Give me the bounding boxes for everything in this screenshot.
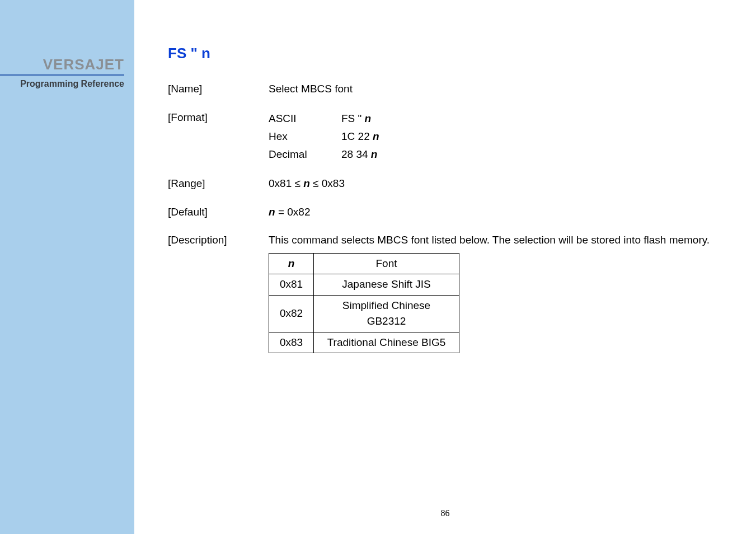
label-default: [Default] (168, 204, 269, 221)
format-val-2: 28 34 n (341, 146, 379, 163)
font-table: n Font 0x81 Japanese Shift JIS 0x82 Simp… (269, 253, 459, 354)
format-enc-1: Hex (269, 128, 341, 146)
range-suffix: ≤ 0x83 (310, 177, 345, 189)
table-row: 0x82 Simplified Chinese GB2312 (269, 295, 459, 332)
default-suffix: = 0x82 (275, 206, 311, 218)
sidebar: VERSAJET Programming Reference (0, 0, 134, 534)
format-val-2-n: n (371, 148, 378, 160)
format-val-0: FS " n (341, 110, 379, 128)
page-number: 86 (441, 508, 450, 518)
brand-subtitle: Programming Reference (0, 79, 124, 89)
font-table-font-2: Traditional Chinese BIG5 (314, 332, 459, 353)
row-name: [Name] Select MBCS font (168, 81, 722, 97)
row-range: [Range] 0x81 ≤ n ≤ 0x83 (168, 176, 722, 192)
row-format: [Format] ASCII Hex Decimal FS " n 1C 22 … (168, 110, 722, 164)
font-table-font-0: Japanese Shift JIS (314, 274, 459, 296)
label-range: [Range] (168, 176, 269, 192)
table-row: 0x83 Traditional Chinese BIG5 (269, 332, 459, 353)
label-description: [Description] (168, 232, 269, 353)
format-enc-0: ASCII (269, 110, 341, 128)
content-area: FS " n [Name] Select MBCS font [Format] … (134, 0, 756, 534)
command-title: FS " n (168, 45, 722, 62)
format-val-0-n: n (365, 113, 372, 124)
font-table-head-n: n (269, 253, 314, 274)
label-name: [Name] (168, 81, 269, 97)
format-val-0-prefix: FS " (341, 113, 365, 124)
format-val-1-prefix: 1C 22 (341, 130, 373, 142)
row-default: [Default] n = 0x82 (168, 204, 722, 221)
value-name: Select MBCS font (269, 81, 722, 97)
font-table-head-font: Font (314, 253, 459, 274)
format-encodings: ASCII Hex Decimal (269, 110, 341, 164)
format-enc-2: Decimal (269, 146, 341, 163)
table-row: 0x81 Japanese Shift JIS (269, 274, 459, 296)
value-description: This command selects MBCS font listed be… (269, 232, 722, 353)
default-n: n (269, 206, 275, 218)
page-root: VERSAJET Programming Reference FS " n [N… (0, 0, 756, 534)
format-val-1: 1C 22 n (341, 128, 379, 146)
font-table-head-row: n Font (269, 253, 459, 274)
format-values: FS " n 1C 22 n 28 34 n (341, 110, 379, 164)
range-n: n (303, 177, 310, 189)
row-description: [Description] This command selects MBCS … (168, 232, 722, 353)
font-table-n-1: 0x82 (269, 295, 314, 332)
font-table-font-1: Simplified Chinese GB2312 (314, 295, 459, 332)
font-table-n-2: 0x83 (269, 332, 314, 353)
value-range: 0x81 ≤ n ≤ 0x83 (269, 176, 722, 192)
description-text: This command selects MBCS font listed be… (269, 232, 722, 249)
label-format: [Format] (168, 110, 269, 164)
range-prefix: 0x81 ≤ (269, 177, 303, 189)
format-val-2-prefix: 28 34 (341, 148, 371, 160)
font-table-n-0: 0x81 (269, 274, 314, 296)
value-default: n = 0x82 (269, 204, 722, 221)
brand-title: VERSAJET (0, 56, 124, 76)
format-val-1-n: n (373, 130, 379, 142)
value-format: ASCII Hex Decimal FS " n 1C 22 n 28 34 n (269, 110, 722, 164)
